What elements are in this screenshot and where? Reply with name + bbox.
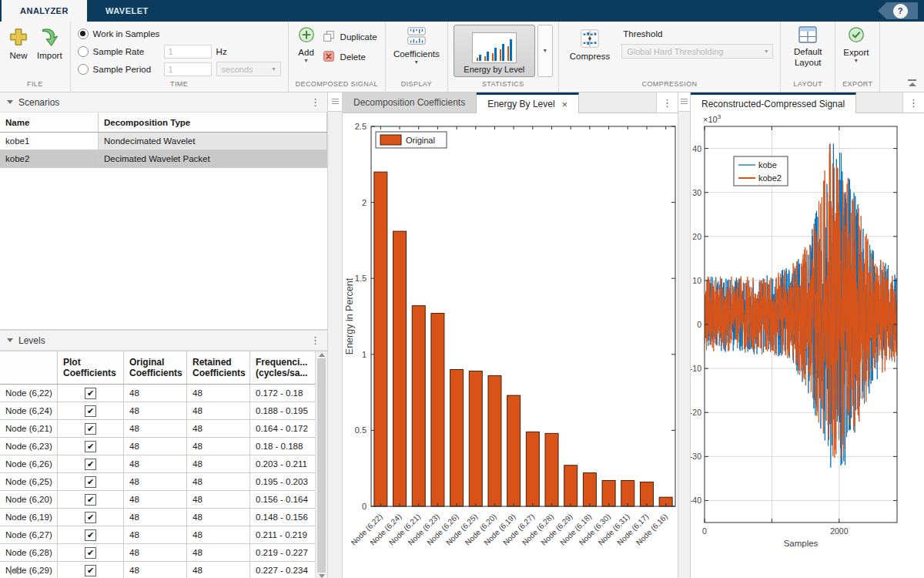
frequencies-cell: 0.195 - 0.203 [250,473,315,490]
table-row[interactable]: Node (6,21)✔48480.164 - 0.172 [0,420,315,438]
table-row[interactable]: Node (6,25)✔48480.195 - 0.203 [0,473,315,491]
plot-cell: ✔ [58,402,124,419]
original-coefficients-cell: 48 [124,473,187,490]
coefficients-button[interactable]: Coefficients ▾ [390,22,444,66]
plot-coefficients-checkbox[interactable]: ✔ [85,529,96,541]
levels-table: PlotCoefficientsOriginalCoefficientsReta… [0,351,315,578]
table-row[interactable]: Node (6,20)✔48480.156 - 0.164 [0,491,315,509]
node-cell: Node (6,25) [0,473,58,490]
column-header: RetainedCoefficients [187,351,250,384]
panel-divider-left[interactable] [327,92,343,578]
plot-coefficients-checkbox[interactable]: ✔ [85,565,96,576]
scenario-type-cell: Decimated Wavelet Packet [99,150,327,167]
energy-by-level-button[interactable]: Energy by Level [454,25,535,77]
sample-rate-input: 1 [164,45,212,59]
column-header: Frequenci...(cycles/sa... [250,351,315,384]
scroll-up-icon[interactable] [319,353,325,357]
panel-divider-right[interactable] [678,92,691,578]
section-statistics: Energy by Level ▾ STATISTICS [448,22,559,92]
node-cell: Node (6,27) [0,526,58,543]
gallery-bar [487,52,489,61]
scrollbar-thumb[interactable] [317,358,326,573]
table-row[interactable]: kobe1Nondecimated Wavelet [0,133,327,150]
center-panel-menu-icon[interactable]: ⋮ [656,92,678,113]
plot-coefficients-checkbox[interactable]: ✔ [85,405,96,417]
levels-menu-icon[interactable]: ⋮ [310,335,320,345]
sample-period-radio[interactable] [78,64,89,75]
add-button[interactable]: Add ▾ [293,22,320,64]
plot-cell: ✔ [58,455,124,472]
table-row[interactable]: Node (6,19)✔48480.148 - 0.156 [0,509,315,526]
sample-period-label: Sample Period [93,65,159,74]
plot-coefficients-checkbox[interactable]: ✔ [85,459,96,470]
threshold-select: Global Hard Thresholding▾ [621,44,773,59]
close-tab-icon[interactable]: × [562,99,568,110]
levels-scrollbar[interactable] [315,351,327,578]
chevron-down-icon: ▾ [273,66,276,72]
table-row[interactable]: kobe2Decimated Wavelet Packet [0,150,327,168]
help-button[interactable]: ? [878,2,918,19]
tab-wavelet[interactable]: WAVELET [87,0,167,22]
table-row[interactable]: Node (6,27)✔48480.211 - 0.219 [0,526,315,544]
scenarios-header-row: NameDecomposition Type [0,113,327,133]
bar-Node (6,27) [526,432,539,506]
scenarios-menu-icon[interactable]: ⋮ [310,97,320,107]
section-time-label: TIME [75,80,284,92]
chevron-down-icon: ▾ [305,58,308,64]
node-cell: Node (6,22) [0,385,58,402]
divider-grab-handle[interactable] [328,92,342,112]
scroll-down-icon[interactable] [319,574,325,578]
tab-decomposition-coefficients[interactable]: Decomposition Coefficients [343,92,477,113]
frequencies-cell: 0.227 - 0.234 [250,562,315,578]
statistics-gallery-dropdown[interactable]: ▾ [537,25,553,77]
header-line: Frequenci... [256,357,307,368]
chevron-down-icon: ▾ [544,48,547,54]
table-row[interactable]: Node (6,22)✔48480.172 - 0.18 [0,385,315,402]
work-in-samples-radio[interactable]: Work in Samples [78,25,281,42]
plot-coefficients-checkbox[interactable]: ✔ [85,512,96,523]
tab-energy-by-level[interactable]: Energy By Level × [477,92,579,113]
tab-analyzer[interactable]: ANALYZER [2,0,87,22]
right-panel-menu-icon[interactable]: ⋮ [902,92,924,113]
threshold-label: Threshold [623,29,773,39]
plot-coefficients-checkbox[interactable]: ✔ [85,423,96,435]
svg-text:×103: ×103 [703,113,721,124]
new-icon [8,25,29,50]
new-button[interactable]: New [4,22,33,60]
table-row[interactable]: Node (6,29)✔48480.227 - 0.234 [0,562,315,578]
plot-coefficients-checkbox[interactable]: ✔ [85,547,96,559]
work-in-samples-label: Work in Samples [93,29,160,39]
table-row[interactable]: Node (6,23)✔48480.18 - 0.188 [0,438,315,455]
section-file-label: FILE [4,80,66,92]
plot-coefficients-checkbox[interactable]: ✔ [85,476,96,488]
sample-rate-label: Sample Rate [93,47,159,56]
bar-Node (6,25) [469,371,482,506]
right-panel: Reconstructed-Compressed Signal ⋮ -40-30… [691,92,924,578]
compress-button[interactable]: Compress [566,25,614,61]
coefficients-icon [405,25,428,49]
table-row[interactable]: Node (6,24)✔48480.188 - 0.195 [0,402,315,420]
import-button[interactable]: Import [33,22,66,60]
default-layout-button[interactable]: Default Layout [785,22,831,69]
original-coefficients-cell: 48 [124,385,187,402]
collapse-panel-icon[interactable] [9,566,20,575]
retained-coefficients-cell: 48 [187,562,250,578]
delete-button[interactable]: Delete [320,49,379,66]
import-icon [38,25,60,50]
collapse-ribbon-button[interactable] [908,79,916,86]
duplicate-button[interactable]: Duplicate [320,29,379,45]
svg-text:0: 0 [702,526,707,536]
sample-rate-radio[interactable] [78,46,89,57]
table-row[interactable]: Node (6,28)✔48480.219 - 0.227 [0,544,315,562]
plot-coefficients-checkbox[interactable]: ✔ [85,494,96,506]
table-row[interactable]: Node (6,26)✔48480.203 - 0.211 [0,455,315,473]
original-coefficients-cell: 48 [124,455,187,472]
column-header: PlotCoefficients [58,351,124,384]
export-button[interactable]: Export ▾ [839,22,872,64]
tab-reconstructed-compressed-signal[interactable]: Reconstructed-Compressed Signal [691,92,856,113]
collapse-levels-icon[interactable] [7,338,13,342]
divider-grab-handle[interactable] [678,92,690,112]
plot-coefficients-checkbox[interactable]: ✔ [85,388,96,399]
plot-coefficients-checkbox[interactable]: ✔ [85,441,96,452]
collapse-scenarios-icon[interactable] [7,100,13,104]
